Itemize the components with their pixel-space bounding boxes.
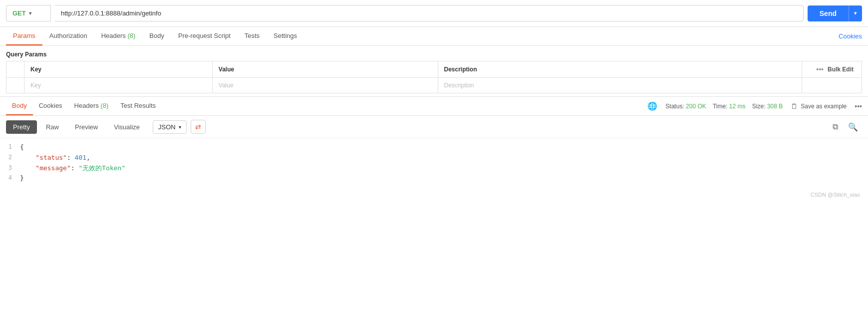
params-table: Key Value Description ••• Bulk Edit Key … (6, 61, 862, 93)
col-checkbox (6, 61, 24, 78)
table-row: Key Value Description (6, 78, 862, 93)
query-params-title: Query Params (0, 46, 868, 61)
response-section: Body Cookies Headers (8) Test Results 🌐 … (0, 96, 868, 202)
request-tabs: Params Authorization Headers (8) Body Pr… (0, 27, 868, 46)
line-num-1: 1 (0, 142, 20, 152)
bulk-edit-label[interactable]: Bulk Edit (828, 66, 854, 73)
code-content-1: { (20, 142, 868, 153)
format-tab-preview[interactable]: Preview (68, 120, 105, 134)
search-button[interactable]: 🔍 (844, 120, 862, 134)
code-content-4: } (20, 173, 868, 184)
send-dropdown-button[interactable]: ▾ (849, 5, 862, 21)
col-value: Value (212, 61, 438, 78)
copy-icon: ⧉ (833, 122, 838, 131)
wrap-button[interactable]: ⇄ (191, 120, 206, 134)
response-tab-headers[interactable]: Headers (8) (68, 97, 115, 115)
format-tab-raw[interactable]: Raw (39, 120, 66, 134)
tab-body[interactable]: Body (142, 27, 171, 45)
watermark: CSDN @Stitch_xiao (0, 188, 868, 202)
copy-button[interactable]: ⧉ (829, 120, 842, 133)
tab-settings[interactable]: Settings (267, 27, 304, 45)
code-line-2: 2 "status": 401, (0, 153, 868, 163)
wrap-icon: ⇄ (195, 123, 201, 131)
format-tab-pretty[interactable]: Pretty (6, 120, 37, 134)
bulk-edit-dots-icon[interactable]: ••• (816, 65, 824, 73)
cookies-link[interactable]: Cookies (839, 32, 862, 40)
save-example-button[interactable]: 🗒 Save as example (791, 102, 847, 110)
method-label: GET (12, 9, 26, 17)
tab-prerequest[interactable]: Pre-request Script (171, 27, 238, 45)
tab-tests[interactable]: Tests (238, 27, 267, 45)
more-options-icon[interactable]: ••• (855, 102, 862, 110)
tab-params[interactable]: Params (6, 27, 42, 45)
key-input-cell[interactable]: Key (24, 78, 213, 93)
lang-selector[interactable]: JSON ▾ (153, 120, 187, 134)
row-checkbox-cell (6, 78, 24, 93)
response-tabs-bar: Body Cookies Headers (8) Test Results 🌐 … (0, 97, 868, 116)
send-button[interactable]: Send (808, 5, 849, 21)
code-line-1: 1 { (0, 142, 868, 153)
globe-icon[interactable]: 🌐 (647, 101, 657, 111)
tab-authorization[interactable]: Authorization (42, 27, 94, 45)
code-line-3: 3 "message": "无效的Token" (0, 163, 868, 174)
search-icon: 🔍 (848, 123, 858, 131)
tab-headers[interactable]: Headers (8) (94, 27, 143, 45)
col-description: Description (438, 61, 802, 78)
row-bulk-edit-cell (802, 78, 862, 93)
line-num-3: 3 (0, 163, 20, 173)
method-chevron-icon: ▾ (29, 10, 31, 16)
time-value: 12 ms (729, 103, 746, 110)
send-btn-wrapper: Send ▾ (808, 5, 862, 21)
lang-chevron-icon: ▾ (179, 124, 181, 130)
save-icon: 🗒 (791, 102, 798, 110)
save-example-label: Save as example (801, 103, 847, 110)
response-meta: 🌐 Status: 200 OK Time: 12 ms Size: 308 B… (647, 101, 862, 111)
format-tab-visualize[interactable]: Visualize (107, 120, 147, 134)
code-line-4: 4 } (0, 173, 868, 184)
col-key: Key (24, 61, 213, 78)
response-body-toolbar: Pretty Raw Preview Visualize JSON ▾ ⇄ ⧉ … (0, 116, 868, 138)
code-content-2: "status": 401, (20, 153, 868, 163)
value-input-cell[interactable]: Value (212, 78, 438, 93)
code-content-3: "message": "无效的Token" (20, 163, 868, 174)
size-value: 308 B (767, 103, 783, 110)
line-num-2: 2 (0, 153, 20, 162)
col-bulk-edit: ••• Bulk Edit (802, 61, 862, 78)
desc-input-cell[interactable]: Description (438, 78, 802, 93)
response-tab-cookies[interactable]: Cookies (33, 97, 68, 115)
lang-label: JSON (158, 123, 176, 131)
top-bar: GET ▾ Send ▾ (0, 0, 868, 27)
json-code-area: 1 { 2 "status": 401, 3 "message": "无效的To… (0, 138, 868, 188)
status-value: 200 OK (686, 103, 706, 110)
response-tab-body[interactable]: Body (6, 97, 33, 115)
method-selector[interactable]: GET ▾ (6, 5, 51, 21)
status-text: Status: 200 OK Time: 12 ms Size: 308 B (665, 103, 783, 110)
url-input[interactable] (55, 5, 804, 21)
line-num-4: 4 (0, 173, 20, 183)
response-tab-test-results[interactable]: Test Results (114, 97, 162, 115)
